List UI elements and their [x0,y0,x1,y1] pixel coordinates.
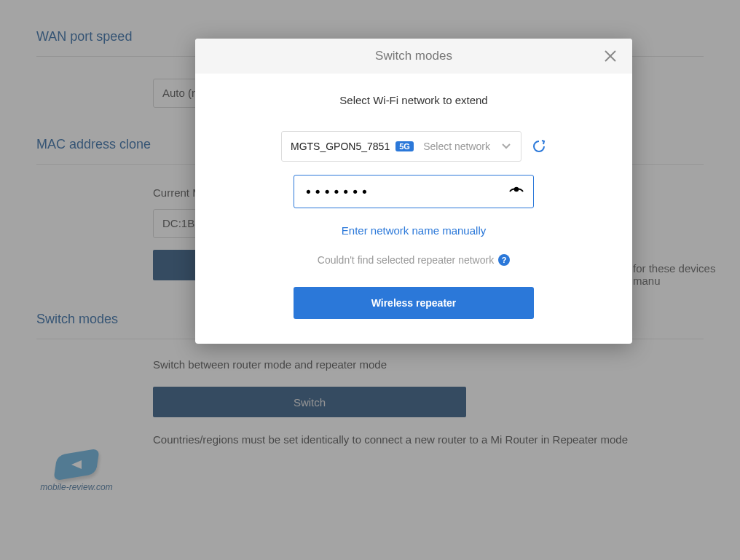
modal-title: Switch modes [375,49,452,63]
password-input[interactable] [303,184,503,200]
enter-manually-link[interactable]: Enter network name manually [268,224,559,237]
modal-instruction: Select Wi-Fi network to extend [268,94,559,106]
network-select[interactable]: MGTS_GPON5_7851 5G Select network [281,131,521,162]
cant-find-text: Couldn't find selected repeater network … [318,254,510,266]
refresh-icon[interactable] [532,139,546,154]
svg-point-2 [514,187,519,192]
password-field[interactable] [294,175,534,208]
modal-header: Switch modes [195,39,632,74]
wireless-repeater-button[interactable]: Wireless repeater [294,287,534,319]
switch-modes-modal: Switch modes Select Wi-Fi network to ext… [195,39,632,344]
chevron-down-icon [500,140,512,154]
help-icon[interactable]: ? [498,254,510,266]
show-password-icon[interactable] [508,182,524,201]
network-ssid: MGTS_GPON5_7851 [291,141,390,152]
network-placeholder: Select network [423,141,490,152]
band-badge: 5G [395,141,414,151]
close-icon[interactable] [596,39,625,74]
